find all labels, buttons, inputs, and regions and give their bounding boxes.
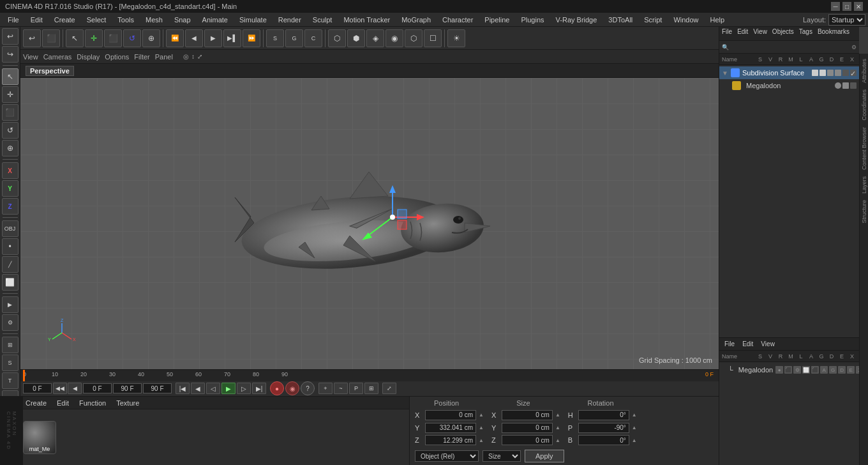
attr-tab-structure[interactable]: Structure [860,197,868,226]
svg-line-18 [52,333,62,339]
nav-axes: Z X Y [46,317,78,350]
svg-line-9 [367,217,393,236]
attr-tab-coordinates[interactable]: Coordinates [860,87,868,123]
svg-point-4 [458,217,461,220]
grid-spacing-label: Grid Spacing : 1000 cm [639,356,712,364]
attr-tab-content-browser[interactable]: Content Browser [860,125,868,172]
svg-point-3 [453,216,463,224]
svg-marker-6 [389,185,396,193]
svg-text:Z: Z [61,318,64,323]
main-area: ↩ ↪ ↖ ✛ ⬛ ↺ ⊕ X Y Z OBJ • ╱ ⬜ ▶ ⚙ ⊞ S T … [0,27,868,465]
svg-point-11 [390,215,395,220]
center-area: ↩ ⬛ ↖ ✛ ⬛ ↺ ⊕ ⏪ ◀ ▶ ▶▌ ⏩ S G C ⬡ ⬢ ◈ ◉ [20,27,719,465]
svg-rect-12 [398,210,407,218]
svg-line-16 [62,333,71,339]
svg-text:Y: Y [48,337,51,342]
svg-text:X: X [73,337,76,342]
svg-marker-8 [417,214,424,220]
svg-rect-13 [398,220,407,229]
attribute-tabs: Attributes Coordinates Content Browser L… [859,54,868,465]
transform-gizmo [354,179,431,257]
attr-tab-attributes[interactable]: Attributes [860,56,868,86]
viewport[interactable]: Z X Y Grid Spacing : 1000 cm [20,78,719,369]
viewport-container: View Cameras Display Options Filter Pane… [20,50,719,465]
c4d-logo: MAXONCINEMA 4D [0,396,23,465]
attr-tab-layers[interactable]: Layers [860,174,868,196]
timeline-ruler[interactable]: 0 10 20 30 40 50 60 70 80 90 0 F [20,370,719,381]
